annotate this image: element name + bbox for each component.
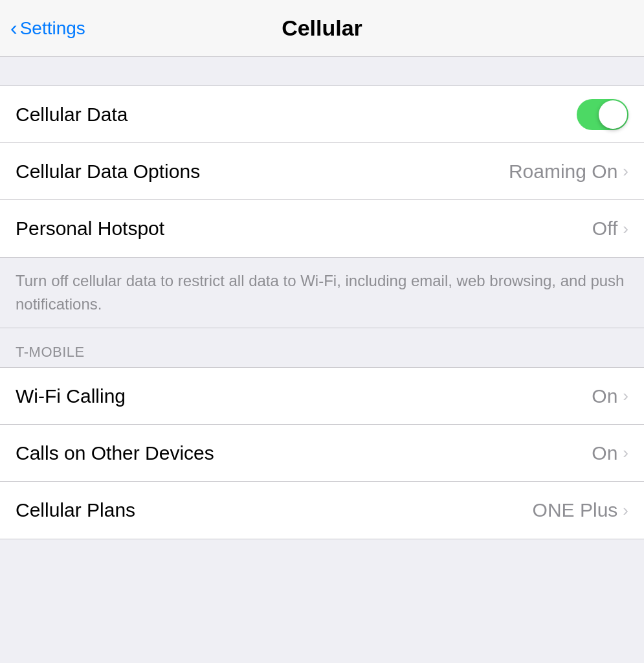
calls-other-devices-label: Calls on Other Devices [16, 442, 214, 464]
calls-other-devices-right: On › [592, 442, 628, 464]
first-settings-group: Cellular Data Cellular Data Options Roam… [0, 85, 644, 258]
wifi-calling-label: Wi-Fi Calling [16, 385, 126, 407]
personal-hotspot-right: Off › [592, 218, 628, 240]
info-section: Turn off cellular data to restrict all d… [0, 258, 644, 328]
wifi-calling-right: On › [592, 385, 628, 407]
cellular-plans-row[interactable]: Cellular Plans ONE Plus › [0, 482, 644, 539]
calls-other-devices-row[interactable]: Calls on Other Devices On › [0, 425, 644, 482]
toggle-thumb [599, 100, 627, 129]
info-text: Turn off cellular data to restrict all d… [16, 272, 624, 313]
cellular-data-options-chevron-icon: › [623, 161, 628, 181]
back-button[interactable]: ‹ Settings [10, 18, 85, 39]
top-spacer [0, 57, 644, 85]
cellular-data-label: Cellular Data [16, 104, 128, 126]
second-settings-group: Wi-Fi Calling On › Calls on Other Device… [0, 367, 644, 539]
cellular-plans-value: ONE Plus [533, 499, 618, 521]
cellular-data-options-row[interactable]: Cellular Data Options Roaming On › [0, 143, 644, 200]
wifi-calling-chevron-icon: › [623, 386, 628, 406]
back-chevron-icon: ‹ [10, 17, 17, 38]
page-title: Cellular [282, 16, 362, 41]
carrier-label: T-MOBILE [16, 344, 85, 360]
calls-other-devices-value: On [592, 442, 617, 464]
cellular-data-options-value: Roaming On [509, 161, 617, 183]
wifi-calling-row[interactable]: Wi-Fi Calling On › [0, 368, 644, 425]
wifi-calling-value: On [592, 385, 617, 407]
cellular-data-toggle[interactable] [577, 99, 628, 130]
carrier-section-header: T-MOBILE [0, 328, 644, 367]
cellular-data-options-right: Roaming On › [509, 161, 628, 183]
cellular-data-row: Cellular Data [0, 86, 644, 143]
personal-hotspot-value: Off [592, 218, 617, 240]
personal-hotspot-chevron-icon: › [623, 219, 628, 239]
cellular-plans-right: ONE Plus › [533, 499, 628, 521]
navigation-bar: ‹ Settings Cellular [0, 0, 644, 57]
cellular-plans-chevron-icon: › [623, 500, 628, 521]
calls-other-devices-chevron-icon: › [623, 443, 628, 463]
personal-hotspot-row[interactable]: Personal Hotspot Off › [0, 200, 644, 257]
cellular-data-options-label: Cellular Data Options [16, 161, 200, 183]
cellular-data-toggle-container [577, 99, 628, 130]
cellular-plans-label: Cellular Plans [16, 499, 135, 521]
personal-hotspot-label: Personal Hotspot [16, 218, 164, 240]
back-label: Settings [20, 18, 85, 39]
